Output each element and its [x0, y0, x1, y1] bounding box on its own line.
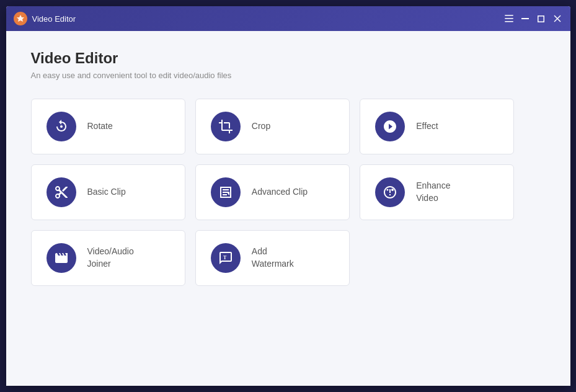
enhance-video-label: Enhance Video: [416, 180, 450, 204]
svg-rect-0: [505, 15, 513, 16]
page-title: Video Editor: [31, 50, 546, 67]
basic-clip-card[interactable]: Basic Clip: [31, 164, 185, 220]
advanced-clip-icon: [211, 177, 241, 207]
page-subtitle: An easy use and convenient tool to edit …: [31, 71, 546, 80]
advanced-clip-label: Advanced Clip: [252, 186, 308, 198]
joiner-label: Video/Audio Joiner: [87, 246, 134, 270]
svg-rect-4: [538, 16, 544, 22]
advanced-clip-card[interactable]: Advanced Clip: [195, 164, 350, 220]
close-button[interactable]: [552, 13, 563, 24]
svg-point-10: [391, 189, 394, 191]
scissors-icon: [47, 177, 76, 207]
crop-label: Crop: [252, 120, 270, 133]
effect-icon: [375, 112, 405, 141]
joiner-card[interactable]: Video/Audio Joiner: [31, 230, 185, 286]
watermark-card[interactable]: T Add Watermark: [195, 230, 350, 286]
enhance-icon: [375, 177, 405, 207]
maximize-button[interactable]: [536, 13, 547, 24]
joiner-icon: [47, 243, 76, 273]
main-content: Video Editor An easy use and convenient …: [6, 31, 570, 386]
watermark-label: Add Watermark: [252, 246, 294, 270]
crop-icon: [211, 112, 241, 141]
effect-label: Effect: [416, 120, 438, 133]
svg-rect-2: [505, 21, 513, 22]
crop-card[interactable]: Crop: [195, 99, 350, 154]
rotate-label: Rotate: [87, 120, 113, 133]
main-window: Video Editor: [6, 6, 570, 386]
basic-clip-label: Basic Clip: [87, 186, 126, 198]
svg-point-11: [387, 189, 389, 191]
app-logo: [14, 12, 27, 25]
menu-button[interactable]: [503, 13, 515, 24]
rotate-card[interactable]: Rotate: [31, 99, 185, 154]
feature-grid: Rotate Crop: [31, 99, 515, 286]
svg-rect-1: [505, 18, 513, 19]
window-controls: [503, 13, 563, 24]
svg-point-8: [392, 123, 394, 125]
svg-point-9: [387, 129, 389, 131]
svg-point-7: [60, 125, 63, 128]
enhance-video-card[interactable]: Enhance Video: [360, 164, 514, 220]
watermark-icon: T: [211, 243, 241, 273]
titlebar: Video Editor: [6, 6, 570, 31]
svg-rect-3: [521, 18, 529, 19]
svg-text:T: T: [223, 255, 227, 261]
rotate-icon: [47, 112, 76, 141]
effect-card[interactable]: Effect: [360, 99, 514, 154]
window-title: Video Editor: [32, 14, 503, 24]
minimize-button[interactable]: [520, 13, 531, 24]
